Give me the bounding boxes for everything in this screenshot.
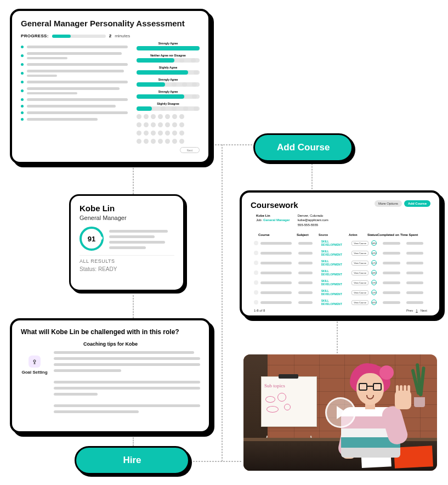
cw-job-link[interactable]: General Manager <box>263 218 290 222</box>
profile-card: Kobe Lin General Manager 91 ALL RESULTS … <box>69 194 185 291</box>
scale-label: Strongly Agree <box>137 90 200 93</box>
progress-ring: 19% <box>371 280 377 285</box>
view-course-button[interactable]: View Course <box>351 241 368 246</box>
source-link[interactable]: SKILL DEVELOPMENT <box>321 269 350 276</box>
table-row: SKILL DEVELOPMENT View Course 40% <box>251 248 430 258</box>
table-row: SKILL DEVELOPMENT View Course 38% <box>251 238 430 248</box>
pagination-range: 1-8 of 8 <box>254 309 265 312</box>
view-course-button[interactable]: View Course <box>351 280 368 285</box>
play-icon[interactable] <box>325 397 356 428</box>
cw-location: Denver, Colorado <box>298 213 328 218</box>
cw-email: kobe@applicant.com <box>298 218 328 222</box>
col-subject: Subject <box>297 233 319 236</box>
source-link[interactable]: SKILL DEVELOPMENT <box>321 250 350 256</box>
col-completed: Completed on <box>377 233 400 236</box>
training-video[interactable]: Sub topics <box>243 354 437 471</box>
more-options-button[interactable]: More Options <box>375 200 402 207</box>
response-scale: Strongly Agree Neither Agree nor Disagre… <box>137 42 200 153</box>
page-number[interactable]: 1 <box>416 309 417 312</box>
progress-unit: minutes <box>115 33 130 38</box>
hire-button[interactable]: Hire <box>75 446 190 475</box>
add-course-button[interactable]: Add Course <box>253 133 353 162</box>
progress-ring: 38% <box>371 240 377 246</box>
progress-row: PROGRESS: 2 minutes <box>21 33 200 38</box>
svg-point-0 <box>33 360 36 362</box>
coursework-table: Course Subject Source Action Status Comp… <box>251 232 430 307</box>
row-checkbox[interactable] <box>254 280 258 285</box>
view-course-button[interactable]: View Course <box>351 300 368 305</box>
row-checkbox[interactable] <box>254 270 258 275</box>
progress-ring: 48% <box>371 270 377 275</box>
connector <box>133 295 134 318</box>
coursework-profile: Kobe Lin Job: General Manager Denver, Co… <box>251 213 430 227</box>
progress-ring: 42% <box>371 260 377 266</box>
view-course-button[interactable]: View Course <box>351 251 368 256</box>
progress-label: PROGRESS: <box>21 33 49 38</box>
next-button[interactable]: Next <box>180 147 200 153</box>
row-checkbox[interactable] <box>254 251 258 255</box>
row-checkbox[interactable] <box>254 290 258 295</box>
scale-label: Strongly Agree <box>137 78 200 81</box>
table-row: SKILL DEVELOPMENT View Course 19% <box>251 278 430 287</box>
target-icon <box>29 356 41 368</box>
scale-label: Slightly Disagree <box>137 102 200 105</box>
table-row: SKILL DEVELOPMENT View Course 42% <box>251 258 430 268</box>
view-course-button[interactable]: View Course <box>351 261 368 266</box>
col-source: Source <box>319 233 349 236</box>
table-row: SKILL DEVELOPMENT View Course 14% <box>251 287 430 297</box>
coaching-subtitle: Coaching tips for Kobe <box>21 341 200 347</box>
row-checkbox[interactable] <box>254 241 258 245</box>
progress-bar <box>52 35 106 38</box>
status-row: Status: READY <box>80 266 174 272</box>
progress-ring: 46% <box>371 300 377 305</box>
score-ring: 91 <box>80 227 104 251</box>
progress-ring: 40% <box>371 250 377 256</box>
connector <box>215 144 252 145</box>
table-row: SKILL DEVELOPMENT View Course 48% <box>251 268 430 278</box>
col-action: Action <box>349 233 367 236</box>
cw-phone: 555-555-5555 <box>298 223 328 227</box>
challenges-title: What will Kobe Lin be challenged with in… <box>21 328 200 336</box>
connector <box>337 322 338 353</box>
flip-chart: Sub topics <box>257 376 321 445</box>
flip-chart-title: Sub topics <box>264 383 285 388</box>
progress-number: 2 <box>109 33 111 38</box>
source-link[interactable]: SKILL DEVELOPMENT <box>321 279 350 286</box>
connector <box>222 144 223 461</box>
profile-role: General Manager <box>80 215 174 221</box>
source-link[interactable]: SKILL DEVELOPMENT <box>321 240 350 246</box>
connector <box>133 168 134 194</box>
add-course-button-small[interactable]: Add Course <box>404 200 430 207</box>
scale-label: Slightly Agree <box>137 66 200 69</box>
col-timespent: Time Spent <box>400 233 422 236</box>
coursework-card: Coursework More Options Add Course Kobe … <box>240 190 441 318</box>
view-course-button[interactable]: View Course <box>351 290 368 295</box>
profile-name: Kobe Lin <box>80 204 174 213</box>
all-results-label[interactable]: ALL RESULTS <box>80 255 174 264</box>
topic-label: Goal Setting <box>21 370 47 375</box>
coaching-content <box>54 351 200 413</box>
connector <box>133 437 134 446</box>
row-checkbox[interactable] <box>254 261 258 265</box>
row-checkbox[interactable] <box>254 300 258 304</box>
table-row: SKILL DEVELOPMENT View Course 46% <box>251 297 430 307</box>
progress-ring: 14% <box>371 290 377 295</box>
connector <box>311 161 313 189</box>
scale-label: Strongly Agree <box>137 42 200 45</box>
source-link[interactable]: SKILL DEVELOPMENT <box>321 260 350 266</box>
cw-person-name: Kobe Lin <box>256 213 290 218</box>
view-course-button[interactable]: View Course <box>351 270 368 275</box>
source-link[interactable]: SKILL DEVELOPMENT <box>321 299 350 306</box>
col-status: Status <box>367 233 377 236</box>
source-link[interactable]: SKILL DEVELOPMENT <box>321 289 350 296</box>
prev-page[interactable]: Prev <box>406 309 413 312</box>
assessment-title: General Manager Personality Assessment <box>21 19 200 28</box>
coursework-title: Coursework <box>251 200 298 210</box>
next-page[interactable]: Next <box>421 309 427 312</box>
profile-details <box>109 230 174 249</box>
score-value: 91 <box>88 235 95 243</box>
col-course: Course <box>258 233 297 236</box>
question-list <box>21 42 128 153</box>
scale-label: Neither Agree nor Disagree <box>137 54 200 57</box>
connector <box>193 461 241 462</box>
